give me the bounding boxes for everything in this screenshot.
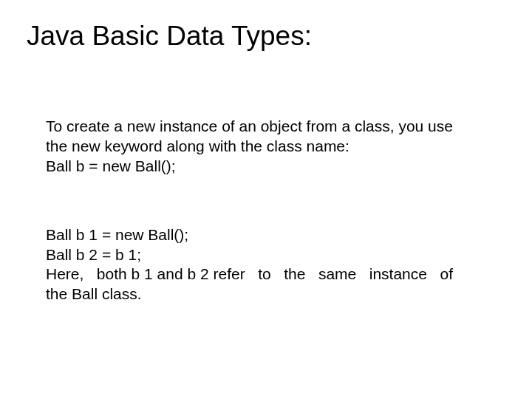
text-line: Ball b = new Ball(); — [46, 157, 494, 177]
text-line: the Ball class. — [46, 284, 494, 304]
text-line: the new keyword along with the class nam… — [46, 137, 494, 157]
text-line: To create a new instance of an object fr… — [46, 117, 494, 137]
text-line: Ball b 1 = new Ball(); — [46, 225, 494, 245]
slide-title: Java Basic Data Types: — [27, 21, 312, 52]
slide-body: To create a new instance of an object fr… — [46, 117, 494, 304]
paragraph-1: To create a new instance of an object fr… — [46, 117, 494, 177]
paragraph-2: Ball b 1 = new Ball(); Ball b 2 = b 1; H… — [46, 225, 494, 305]
slide: Java Basic Data Types: To create a new i… — [0, 0, 532, 399]
text-line: Ball b 2 = b 1; — [46, 245, 494, 265]
text-line: Here, both b 1 and b 2 refer to the same… — [46, 265, 494, 284]
